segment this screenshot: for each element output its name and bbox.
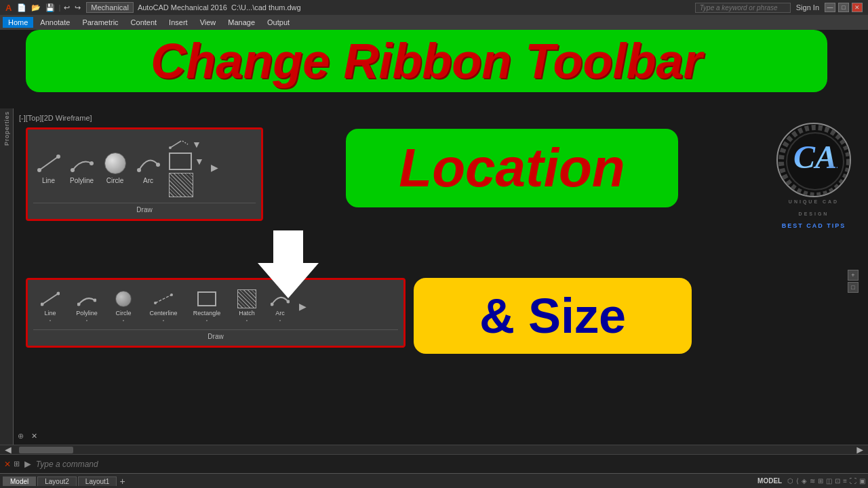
extra-tools-top: ▼ ▼ [169,138,205,197]
title-bar-left: A 📄 📂 💾 | ↩ ↪ Mechanical AutoCAD Mechani… [5,2,301,13]
svg-point-6 [156,163,160,167]
tab-layout2[interactable]: Layout2 [37,476,77,486]
workspace-dropdown[interactable]: Mechanical [86,2,134,13]
status-icon-8[interactable]: ≡ [843,477,847,485]
svg-point-4 [90,161,94,165]
command-input[interactable] [36,460,864,469]
draw-panel-title-bottom: Draw [33,329,398,340]
status-icon-9[interactable]: ⛶ [850,477,856,485]
draw-panel-title-top: Draw [33,203,256,214]
draw-panel-top: Line Polyline Circle [26,127,263,221]
logo-gear-svg [778,124,851,197]
circle-label-bottom: Circle [115,310,131,317]
hatch-row-top [169,173,205,197]
sign-in-btn[interactable]: Sign In [793,3,822,12]
svg-point-3 [71,168,75,172]
tool-circle-bottom[interactable]: Circle • [106,288,140,324]
app-title: AutoCAD Mechanical 2016 [138,3,227,12]
menu-item-home[interactable]: Home [3,17,33,28]
status-icon-2[interactable]: ⟨ [796,477,799,485]
svg-line-7 [170,141,181,148]
arrow-container [258,230,319,298]
banner-container: Change Ribbon Toolbar [26,30,827,92]
expand-btn-2[interactable]: ▼ [193,156,205,167]
save-btn[interactable]: 💾 [44,3,56,12]
vp-btn-2[interactable]: □ [848,282,859,293]
viewport-label: [-][Top][2D Wireframe] [19,114,92,122]
extra-row-1: ▼ [169,138,205,151]
menu-item-insert[interactable]: Insert [163,17,193,28]
svg-point-5 [137,168,141,172]
search-input[interactable] [695,3,791,13]
scroll-thumb-bottom[interactable] [19,447,73,453]
cmd-expand-icon[interactable]: ⊞ [14,460,20,468]
menu-item-view[interactable]: View [195,17,222,28]
tool-centerline-bottom[interactable]: Centerline • [143,288,184,324]
tool-circle-top[interactable]: Circle [100,150,130,186]
tool-rectangle-bottom[interactable]: Rectangle • [186,288,227,324]
add-layout-btn[interactable]: + [119,476,125,487]
minimize-btn[interactable]: — [825,3,835,12]
svg-line-0 [39,157,58,170]
rect-shape-bottom [197,291,216,306]
status-right: MODEL ⬡ ⟨ ◈ ≋ ⊞ ◫ ⊡ ≡ ⛶ ▣ [757,477,865,485]
menu-bar: Home Annotate Parametric Content Insert … [0,15,868,30]
rectangle-icon-bottom [197,289,216,308]
line-svg-bottom [41,289,60,308]
menu-item-content[interactable]: Content [125,17,163,28]
svg-point-17 [170,293,173,296]
panel-expand-btn-bottom[interactable]: ▶ [298,301,308,312]
tool-polyline-bottom[interactable]: Polyline • [70,288,104,324]
logo-ring-text: UNIQUE CAD DESIGN [776,194,851,218]
svg-point-16 [154,302,157,304]
expand-btn-1[interactable]: ▼ [191,139,203,150]
panel-expand-btn-top[interactable]: ▶ [210,162,220,173]
svg-line-15 [155,295,172,303]
menu-item-annotate[interactable]: Annotate [35,17,75,28]
tool-polyline-top[interactable]: Polyline [66,150,97,186]
cmd-prefix: ► [22,458,33,470]
status-icon-10[interactable]: ▣ [859,477,865,485]
status-icon-1[interactable]: ⬡ [787,477,793,485]
tool-line-bottom[interactable]: Line • [33,288,67,324]
status-icon-3[interactable]: ◈ [802,477,807,485]
maximize-btn[interactable]: □ [838,3,849,12]
tab-layout1[interactable]: Layout1 [78,476,117,486]
title-bar-right: Sign In — □ ✕ [695,3,863,13]
circle-icon-top [103,151,127,176]
status-icon-5[interactable]: ⊞ [818,477,823,485]
tab-model[interactable]: Model [3,476,36,486]
circle-shape-top [104,152,126,174]
circle-label-top: Circle [106,177,124,184]
new-btn[interactable]: 📄 [16,3,28,12]
close-btn[interactable]: ✕ [852,3,863,12]
open-btn[interactable]: 📂 [30,3,42,12]
status-icon-7[interactable]: ⊡ [835,477,840,485]
app-logo: A [5,3,12,13]
menu-item-parametric[interactable]: Parametric [77,17,123,28]
logo-circle: CAD [776,123,851,197]
main-area: Properties [-][Top][2D Wireframe] Line [0,108,868,454]
cmd-close-icon[interactable]: ✕ [4,460,11,469]
hatch-shape-bottom [237,289,256,308]
command-bar: ✕ ⊞ ► [0,454,868,473]
menu-item-manage[interactable]: Manage [222,17,260,28]
tool-arc-top[interactable]: Arc [133,150,163,186]
redo-btn[interactable]: ↪ [73,3,82,12]
svg-line-9 [182,141,188,144]
vp-btn-1[interactable]: + [848,270,859,281]
banner-text: Change Ribbon Toolbar [151,34,702,88]
tool-line-top[interactable]: Line [33,150,64,186]
centerline-icon-bottom [154,289,173,308]
svg-point-20 [781,127,849,195]
line-label-bottom: Line [44,310,56,317]
status-icon-4[interactable]: ≋ [810,477,815,485]
undo-btn[interactable]: ↩ [62,3,71,12]
polyline-label-top: Polyline [70,177,94,184]
rect-icon-top[interactable] [169,152,192,170]
logo-subtitle-text: BEST CAD TIPS [782,218,846,230]
hatch-icon-top[interactable] [169,173,193,197]
status-icon-6[interactable]: ◫ [826,477,832,485]
menu-item-output[interactable]: Output [262,17,295,28]
svg-point-2 [56,155,60,159]
